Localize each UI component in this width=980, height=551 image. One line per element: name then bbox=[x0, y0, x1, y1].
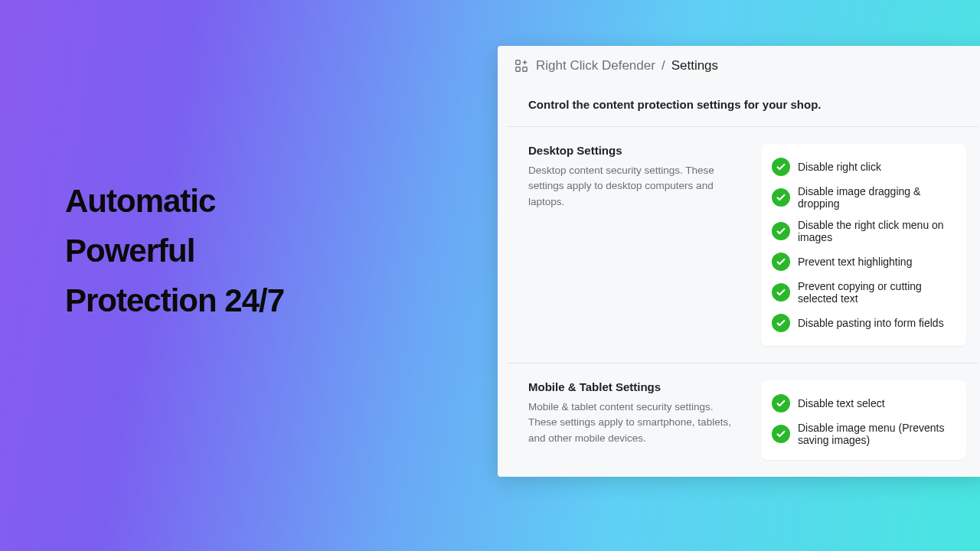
option-label: Disable image menu (Prevents saving imag… bbox=[798, 422, 956, 446]
section-mobile-info: Mobile & Tablet Settings Mobile & tablet… bbox=[528, 380, 743, 460]
option-label: Prevent text highlighting bbox=[798, 256, 912, 268]
option-row[interactable]: Disable right click bbox=[772, 153, 956, 181]
section-mobile: Mobile & Tablet Settings Mobile & tablet… bbox=[507, 364, 978, 477]
section-desktop-info: Desktop Settings Desktop content securit… bbox=[528, 144, 743, 346]
option-row[interactable]: Disable image dragging & dropping bbox=[772, 181, 956, 214]
settings-panel: Right Click Defender / Settings Control … bbox=[498, 46, 980, 477]
option-row[interactable]: Prevent copying or cutting selected text bbox=[772, 276, 956, 309]
option-row[interactable]: Disable the right click menu on images bbox=[772, 214, 956, 248]
option-label: Disable image dragging & dropping bbox=[798, 185, 956, 210]
section-desktop-options: Disable right click Disable image draggi… bbox=[761, 144, 966, 346]
hero-line-3: Protection 24/7 bbox=[65, 276, 433, 325]
option-label: Disable the right click menu on images bbox=[798, 219, 956, 243]
page-intro: Control the content protection settings … bbox=[507, 84, 978, 127]
check-icon bbox=[772, 158, 790, 176]
options-card: Disable text select Disable image menu (… bbox=[761, 380, 966, 460]
option-label: Disable right click bbox=[798, 161, 881, 173]
breadcrumb-app[interactable]: Right Click Defender bbox=[536, 58, 655, 73]
option-label: Disable text select bbox=[798, 397, 885, 409]
apps-grid-icon bbox=[514, 59, 528, 73]
option-label: Prevent copying or cutting selected text bbox=[798, 280, 956, 305]
check-icon bbox=[772, 222, 790, 240]
svg-rect-0 bbox=[516, 60, 520, 64]
option-row[interactable]: Disable image menu (Prevents saving imag… bbox=[772, 417, 956, 451]
breadcrumb-separator: / bbox=[662, 58, 665, 73]
hero-line-2: Powerful bbox=[65, 226, 433, 276]
section-desktop: Desktop Settings Desktop content securit… bbox=[507, 127, 978, 364]
section-desktop-desc: Desktop content security settings. These… bbox=[528, 163, 743, 210]
svg-rect-1 bbox=[516, 67, 520, 71]
check-icon bbox=[772, 283, 790, 302]
option-row[interactable]: Disable text select bbox=[772, 390, 956, 417]
option-row[interactable]: Disable pasting into form fields bbox=[772, 309, 956, 337]
svg-rect-2 bbox=[523, 67, 527, 71]
hero-line-1: Automatic bbox=[65, 176, 433, 226]
breadcrumb: Right Click Defender / Settings bbox=[498, 46, 980, 84]
section-mobile-desc: Mobile & tablet content security setting… bbox=[528, 399, 743, 446]
section-mobile-options: Disable text select Disable image menu (… bbox=[761, 380, 966, 460]
check-icon bbox=[772, 425, 790, 443]
check-icon bbox=[772, 253, 790, 271]
check-icon bbox=[772, 314, 790, 332]
check-icon bbox=[772, 188, 790, 207]
option-row[interactable]: Prevent text highlighting bbox=[772, 248, 956, 276]
option-label: Disable pasting into form fields bbox=[798, 317, 944, 329]
options-card: Disable right click Disable image draggi… bbox=[761, 144, 966, 346]
check-icon bbox=[772, 394, 790, 412]
breadcrumb-current: Settings bbox=[671, 58, 718, 73]
hero-headline: Automatic Powerful Protection 24/7 bbox=[65, 176, 433, 325]
section-mobile-title: Mobile & Tablet Settings bbox=[528, 380, 743, 393]
section-desktop-title: Desktop Settings bbox=[528, 144, 743, 157]
